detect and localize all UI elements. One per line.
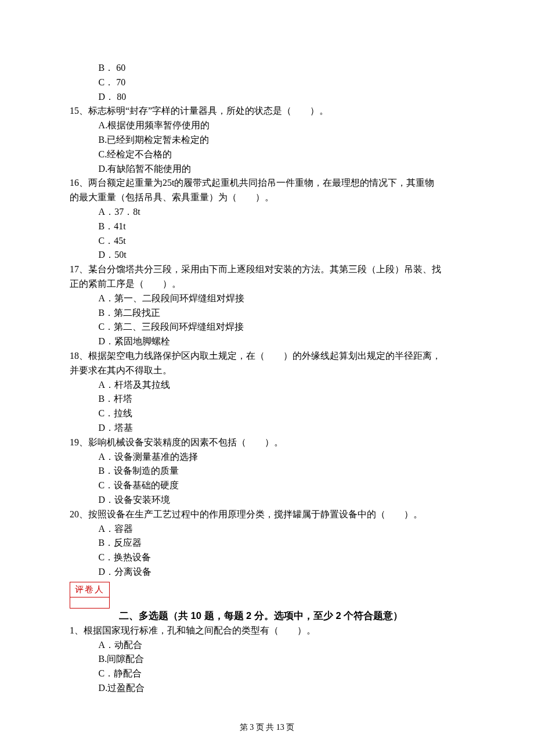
option-row: C．静配合	[70, 667, 464, 681]
option-row: A.根据使用频率暂停使用的	[70, 118, 464, 133]
option-row: C．45t	[70, 234, 464, 249]
option-row: D．塔基	[70, 421, 464, 435]
question-stem: 20、按照设备在生产工艺过程中的作用原理分类，搅拌罐属于静置设备中的（ ）。	[70, 507, 464, 522]
option-row: D.过盈配合	[70, 681, 464, 696]
option-row: B． 60	[70, 61, 464, 75]
section-2-title: 二、多选题（共 10 题，每题 2 分。选项中，至少 2 个符合题意）	[119, 610, 403, 621]
option-row: B．设备制造的质量	[70, 464, 464, 478]
option-row: B．反应器	[70, 536, 464, 550]
question-stem-cont: 并要求在其内不得取土。	[70, 363, 464, 378]
question-stem-cont: 正的紧前工序是（ ）。	[70, 277, 464, 291]
option-row: B．第二段找正	[70, 306, 464, 321]
option-row: D．紧固地脚螺栓	[70, 334, 464, 349]
option-row: D．分离设备	[70, 565, 464, 579]
question-stem-cont: 的最大重量（包括吊具、索具重量）为（ ）。	[70, 190, 464, 205]
option-row: C．第二、三段段间环焊缝组对焊接	[70, 320, 464, 334]
option-row: C.经检定不合格的	[70, 147, 464, 162]
question-stem: 16、两台额定起重量为25t的履带式起重机共同抬吊一件重物，在最理想的情况下，其…	[70, 176, 464, 190]
option-row: A．动配合	[70, 638, 464, 653]
section-2-heading-row: 二、多选题（共 10 题，每题 2 分。选项中，至少 2 个符合题意）	[70, 609, 464, 624]
grader-label: 评卷人	[70, 582, 109, 597]
option-row: C．换热设备	[70, 550, 464, 565]
grader-blank	[70, 597, 109, 608]
option-row: C． 70	[70, 75, 464, 90]
option-row: D．50t	[70, 248, 464, 262]
page-footer: 第 3 页 共 13 页	[0, 721, 534, 734]
option-row: B.间隙配合	[70, 652, 464, 667]
option-row: D.有缺陷暂不能使用的	[70, 162, 464, 177]
question-stem: 18、根据架空电力线路保护区内取土规定，在（ ）的外缘线起算划出规定的半径距离，	[70, 349, 464, 363]
option-row: D． 80	[70, 90, 464, 105]
question-stem: 1、根据国家现行标准，孔和轴之间配合的类型有（ ）。	[70, 624, 464, 638]
option-row: D．设备安装环境	[70, 493, 464, 507]
page-container: B． 60C． 70D． 80 15、标志标明“封存”字样的计量器具，所处的状态…	[0, 0, 534, 756]
option-row: B.已经到期检定暂未检定的	[70, 133, 464, 147]
option-row: A．第一、二段段间环焊缝组对焊接	[70, 291, 464, 306]
option-row: C．拉线	[70, 406, 464, 421]
question-stem: 15、标志标明“封存”字样的计量器具，所处的状态是（ ）。	[70, 104, 464, 118]
option-row: C．设备基础的硬度	[70, 478, 464, 493]
option-row: B．杆塔	[70, 392, 464, 406]
option-row: A．37．8t	[70, 205, 464, 219]
multi-choice-block: 1、根据国家现行标准，孔和轴之间配合的类型有（ ）。A．动配合B.间隙配合C．静…	[70, 624, 464, 696]
options-fragment: B． 60C． 70D． 80	[70, 61, 464, 104]
grader-block: 评卷人	[70, 579, 464, 610]
option-row: B．41t	[70, 219, 464, 234]
question-stem: 17、某台分馏塔共分三段，采用由下而上逐段组对安装的方法。其第三段（上段）吊装、…	[70, 262, 464, 277]
single-choice-block: 15、标志标明“封存”字样的计量器具，所处的状态是（ ）。A.根据使用频率暂停使…	[70, 104, 464, 579]
question-stem: 19、影响机械设备安装精度的因素不包括（ ）。	[70, 435, 464, 450]
option-row: A．设备测量基准的选择	[70, 450, 464, 465]
grader-box: 评卷人	[70, 582, 110, 609]
option-row: A．杆塔及其拉线	[70, 378, 464, 393]
option-row: A．容器	[70, 522, 464, 537]
